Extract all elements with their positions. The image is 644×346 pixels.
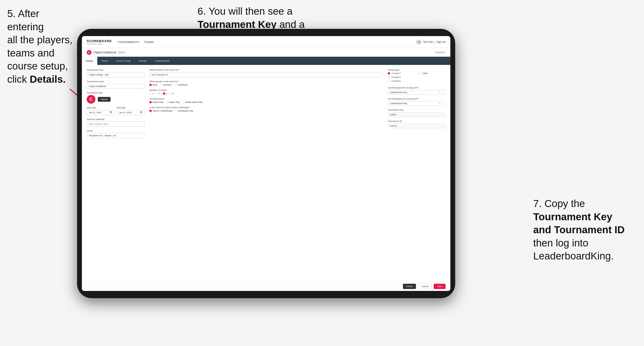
calendar-icon-end: 📅 — [140, 111, 142, 114]
teams-label: Is this event for Teams and/or Individua… — [149, 106, 383, 109]
teams-plus-individuals[interactable]: Teams (+Individuals) — [149, 110, 172, 112]
format-5count4[interactable]: 5 count 4 — [388, 72, 415, 75]
annotation-left-line1: 5. After entering — [7, 8, 44, 32]
radio-round4 — [170, 92, 172, 95]
cancel-button[interactable]: Cancel — [418, 284, 432, 289]
teams-radio-group: Teams (+Individuals) Individuals Only — [149, 110, 383, 112]
tabs-bar: Details Teams Course Setup Results Leade… — [82, 57, 450, 65]
brand-title: SCOREBOARD — [87, 39, 112, 43]
radio-combined-indicator — [174, 84, 176, 86]
tab-leaderboards[interactable]: Leaderboards — [151, 57, 174, 65]
round-4[interactable]: 4 — [170, 92, 174, 95]
tournament-id-label: Tournament ID — [388, 120, 446, 122]
round-2-label: 2 — [159, 92, 160, 95]
sponsor-label: Sponsor (optional) — [87, 118, 144, 121]
radio-individuals — [175, 110, 177, 112]
annotation-left-line5: click — [7, 74, 30, 85]
annotation-left: 5. After entering all the players, teams… — [7, 7, 75, 86]
format-6count5-label: 6 count 5 — [392, 80, 400, 82]
round-3[interactable]: 3 — [163, 92, 167, 95]
delete-button[interactable]: Delete — [403, 284, 416, 289]
radio-stroke — [149, 101, 152, 103]
live-scoring-value: Leaderboard King — [390, 91, 407, 94]
rounds-radio-group: 1 2 3 4 — [149, 92, 383, 95]
format-6count4[interactable]: 6 count 4 — [388, 76, 415, 78]
annotation-br-line5: LeaderboardKing. — [533, 250, 614, 262]
radio-5count4 — [388, 72, 390, 75]
format-type-label: Format type — [388, 69, 446, 71]
gender-combined[interactable]: Combined — [174, 84, 187, 86]
annotation-br-line1: 7. Copy the — [533, 198, 585, 209]
logo-circle: C — [87, 95, 95, 104]
end-date-label: End date — [117, 107, 144, 109]
format-6count5[interactable]: 6 count 5 — [388, 80, 415, 82]
venue-dropdown[interactable]: Peachtree GC - Atlanta - GA ⌄ — [87, 133, 144, 138]
sign-out-link[interactable]: Sign out — [437, 41, 446, 43]
tablet-shell: SCOREBOARD Powered by clippd TOURNAMENTS… — [77, 29, 455, 298]
venue-label: Venue — [87, 130, 144, 132]
nav-teams[interactable]: TEAMS — [144, 41, 154, 43]
gender-group: Which gender is the event for? Mens Wome… — [149, 80, 383, 86]
tournament-logo-group: Tournament logo C Upload — [87, 92, 144, 104]
scoring-medal-match[interactable]: Medal Match Play — [182, 101, 203, 103]
logo-upload-area: C Upload — [87, 95, 144, 104]
live-scoring-dropdown[interactable]: Leaderboard King ✕ ⌄ — [388, 90, 446, 95]
gender-label: Which gender is the event for? — [149, 80, 383, 83]
sub-header: C Clippd Invitational (Men) Cancel ✕ — [82, 48, 450, 57]
gender-womens[interactable]: Womens — [160, 84, 172, 86]
live-scoring-label: Use third-party live scoring API? — [388, 87, 446, 89]
scoring-match[interactable]: Match Play — [166, 101, 180, 103]
main-content: Tournament Host Clippd College - Men ⌄ T… — [82, 65, 450, 282]
tournament-host-dropdown[interactable]: Clippd College - Men ⌄ — [87, 72, 144, 77]
radio-round2 — [156, 92, 158, 95]
format-5count4-label: 5 count 4 — [392, 72, 400, 75]
live-scoring2-clear[interactable]: ✕ — [439, 102, 441, 105]
annotation-left-line2: all the players, — [7, 34, 72, 45]
venue-group: Venue Peachtree GC - Atlanta - GA ⌄ — [87, 130, 144, 138]
live-scoring2-dropdown[interactable]: Leaderboard King ✕ ⌄ — [388, 101, 446, 106]
start-date-group: Start date Jan 21, 2024 📅 — [87, 107, 114, 115]
sponsor-input[interactable] — [87, 121, 144, 127]
save-button[interactable]: Save — [434, 284, 446, 289]
round-2[interactable]: 2 — [156, 92, 160, 95]
radio-6count5 — [388, 80, 390, 82]
live-scoring-clear[interactable]: ✕ — [439, 91, 441, 94]
brand: SCOREBOARD Powered by clippd — [87, 39, 112, 45]
cancel-link[interactable]: Cancel ✕ — [436, 51, 446, 54]
tournament-name-input[interactable] — [87, 84, 144, 89]
scoring-stroke[interactable]: Stroke Play — [149, 101, 164, 103]
tab-course-setup[interactable]: Course Setup — [112, 57, 135, 65]
round-1[interactable]: 1 — [149, 92, 154, 95]
sub-header-title: Clippd Invitational (Men) — [94, 51, 126, 54]
annotation-left-line3: teams and — [7, 47, 54, 59]
tournament-name-label: Tournament name — [87, 80, 144, 83]
live-scoring2-label: Use third-party live scoring API? — [388, 98, 446, 100]
annotation-tr-line1: 6. You will then see a — [198, 5, 292, 17]
end-date-value: Jan 23, 2024 — [119, 111, 132, 114]
nav-tournaments[interactable]: TOURNAMENTS — [118, 41, 139, 43]
radio-match — [166, 101, 168, 103]
end-date-input[interactable]: Jan 23, 2024 📅 — [117, 110, 144, 115]
tab-details[interactable]: Details — [82, 57, 97, 65]
tab-results[interactable]: Results — [135, 57, 151, 65]
gender-mens[interactable]: Mens — [149, 84, 158, 86]
tournament-host-group: Tournament Host Clippd College - Men ⌄ — [87, 69, 144, 77]
format-other[interactable]: Other — [418, 72, 446, 75]
division-dropdown[interactable]: NCAA Division III ⌄ — [149, 72, 383, 77]
live-scoring-group: Use third-party live scoring API? Leader… — [388, 87, 446, 95]
tournament-host-value: Clippd College - Men — [89, 74, 109, 76]
start-date-input[interactable]: Jan 21, 2024 📅 — [87, 110, 114, 115]
format-type-group: Format type 5 count 4 6 count 4 — [388, 69, 446, 84]
tab-teams[interactable]: Teams — [97, 57, 112, 65]
navbar-nav: TOURNAMENTS TEAMS — [118, 41, 154, 43]
radio-round1 — [149, 92, 152, 95]
upload-button[interactable]: Upload — [98, 97, 110, 102]
scoring-label: Scoring system — [149, 98, 383, 100]
gender-womens-label: Womens — [163, 84, 172, 86]
radio-6count4 — [388, 76, 390, 78]
rounds-group: Number of rounds 1 2 3 — [149, 89, 383, 95]
scoring-stroke-label: Stroke Play — [152, 101, 164, 103]
navbar-right: TU Test User | Sign out — [416, 39, 446, 45]
individuals-only[interactable]: Individuals Only — [175, 110, 194, 112]
radio-other — [418, 72, 421, 75]
